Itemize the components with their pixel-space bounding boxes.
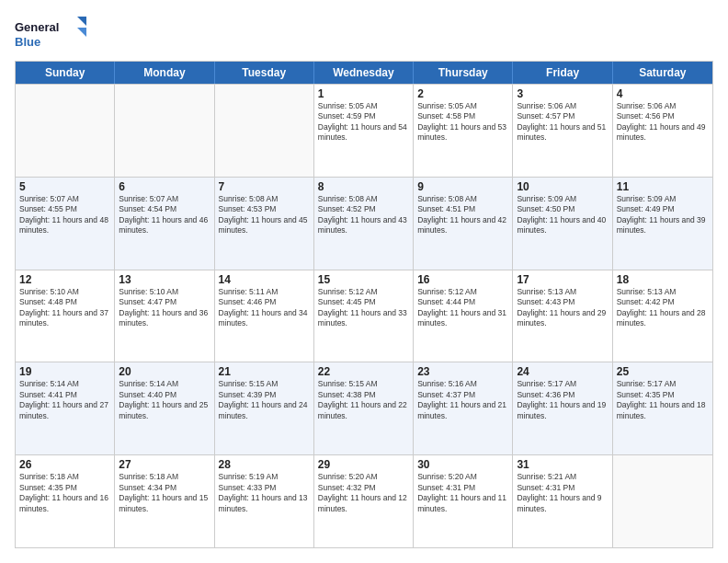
cell-detail: Sunrise: 5:20 AMSunset: 4:31 PMDaylight:…	[417, 472, 508, 514]
cell-detail: Sunrise: 5:15 AMSunset: 4:39 PMDaylight:…	[219, 379, 310, 421]
cell-detail: Sunrise: 5:08 AMSunset: 4:51 PMDaylight:…	[417, 194, 508, 236]
header: General Blue	[15, 15, 713, 52]
cell-detail: Sunrise: 5:09 AMSunset: 4:49 PMDaylight:…	[617, 194, 709, 236]
weekday-header: Saturday	[613, 62, 712, 84]
calendar-cell: 24Sunrise: 5:17 AMSunset: 4:36 PMDayligh…	[513, 362, 612, 454]
day-number: 19	[19, 365, 110, 378]
calendar-cell: 17Sunrise: 5:13 AMSunset: 4:43 PMDayligh…	[513, 270, 612, 362]
cell-detail: Sunrise: 5:14 AMSunset: 4:41 PMDaylight:…	[19, 379, 110, 421]
weekday-header: Friday	[513, 62, 612, 84]
logo-svg: General Blue	[15, 15, 88, 52]
day-number: 6	[119, 180, 210, 193]
calendar-cell: 8Sunrise: 5:08 AMSunset: 4:52 PMDaylight…	[314, 178, 414, 270]
cell-detail: Sunrise: 5:16 AMSunset: 4:37 PMDaylight:…	[417, 379, 508, 421]
weekday-header: Sunday	[16, 62, 115, 84]
calendar-cell	[115, 85, 214, 177]
day-number: 27	[119, 458, 210, 471]
calendar-cell: 10Sunrise: 5:09 AMSunset: 4:50 PMDayligh…	[513, 178, 612, 270]
day-number: 2	[417, 87, 508, 100]
cell-detail: Sunrise: 5:07 AMSunset: 4:54 PMDaylight:…	[119, 194, 210, 236]
calendar-cell: 20Sunrise: 5:14 AMSunset: 4:40 PMDayligh…	[115, 362, 214, 454]
weekday-header: Monday	[115, 62, 214, 84]
day-number: 28	[219, 458, 310, 471]
day-number: 3	[517, 87, 608, 100]
svg-marker-3	[77, 28, 86, 37]
day-number: 29	[318, 458, 409, 471]
calendar-cell: 13Sunrise: 5:10 AMSunset: 4:47 PMDayligh…	[115, 270, 214, 362]
day-number: 9	[417, 180, 508, 193]
page: General Blue SundayMondayTuesdayWednesda…	[0, 0, 728, 563]
day-number: 16	[417, 273, 508, 286]
day-number: 30	[417, 458, 508, 471]
calendar-cell: 18Sunrise: 5:13 AMSunset: 4:42 PMDayligh…	[613, 270, 712, 362]
day-number: 4	[617, 87, 709, 100]
cell-detail: Sunrise: 5:11 AMSunset: 4:46 PMDaylight:…	[219, 287, 310, 329]
logo: General Blue	[15, 15, 88, 52]
calendar-cell: 27Sunrise: 5:18 AMSunset: 4:34 PMDayligh…	[115, 455, 214, 547]
calendar-cell	[215, 85, 314, 177]
cell-detail: Sunrise: 5:13 AMSunset: 4:42 PMDaylight:…	[617, 287, 709, 329]
calendar-cell: 30Sunrise: 5:20 AMSunset: 4:31 PMDayligh…	[414, 455, 513, 547]
calendar-cell: 19Sunrise: 5:14 AMSunset: 4:41 PMDayligh…	[16, 362, 115, 454]
day-number: 7	[219, 180, 310, 193]
calendar-cell: 4Sunrise: 5:06 AMSunset: 4:56 PMDaylight…	[613, 85, 712, 177]
calendar-body: 1Sunrise: 5:05 AMSunset: 4:59 PMDaylight…	[16, 84, 712, 547]
day-number: 26	[19, 458, 110, 471]
calendar-cell: 28Sunrise: 5:19 AMSunset: 4:33 PMDayligh…	[215, 455, 314, 547]
cell-detail: Sunrise: 5:09 AMSunset: 4:50 PMDaylight:…	[517, 194, 608, 236]
day-number: 22	[318, 365, 409, 378]
day-number: 24	[517, 365, 608, 378]
cell-detail: Sunrise: 5:19 AMSunset: 4:33 PMDaylight:…	[219, 472, 310, 514]
svg-text:General: General	[15, 20, 59, 34]
calendar-cell: 9Sunrise: 5:08 AMSunset: 4:51 PMDaylight…	[414, 178, 513, 270]
day-number: 11	[617, 180, 709, 193]
calendar-cell	[16, 85, 115, 177]
cell-detail: Sunrise: 5:07 AMSunset: 4:55 PMDaylight:…	[19, 194, 110, 236]
cell-detail: Sunrise: 5:18 AMSunset: 4:34 PMDaylight:…	[119, 472, 210, 514]
day-number: 12	[19, 273, 110, 286]
cell-detail: Sunrise: 5:17 AMSunset: 4:35 PMDaylight:…	[617, 379, 709, 421]
day-number: 18	[617, 273, 709, 286]
calendar-cell: 29Sunrise: 5:20 AMSunset: 4:32 PMDayligh…	[314, 455, 414, 547]
calendar-cell: 6Sunrise: 5:07 AMSunset: 4:54 PMDaylight…	[115, 178, 214, 270]
cell-detail: Sunrise: 5:14 AMSunset: 4:40 PMDaylight:…	[119, 379, 210, 421]
calendar-cell: 5Sunrise: 5:07 AMSunset: 4:55 PMDaylight…	[16, 178, 115, 270]
cell-detail: Sunrise: 5:05 AMSunset: 4:59 PMDaylight:…	[318, 101, 409, 144]
svg-text:Blue: Blue	[15, 35, 40, 49]
cell-detail: Sunrise: 5:08 AMSunset: 4:52 PMDaylight:…	[318, 194, 409, 236]
calendar-row: 19Sunrise: 5:14 AMSunset: 4:41 PMDayligh…	[16, 362, 712, 454]
cell-detail: Sunrise: 5:08 AMSunset: 4:53 PMDaylight:…	[219, 194, 310, 236]
weekday-header: Thursday	[414, 62, 513, 84]
calendar-row: 5Sunrise: 5:07 AMSunset: 4:55 PMDaylight…	[16, 177, 712, 270]
cell-detail: Sunrise: 5:20 AMSunset: 4:32 PMDaylight:…	[318, 472, 409, 514]
calendar-cell: 11Sunrise: 5:09 AMSunset: 4:49 PMDayligh…	[613, 178, 712, 270]
calendar-cell: 16Sunrise: 5:12 AMSunset: 4:44 PMDayligh…	[414, 270, 513, 362]
weekday-header: Wednesday	[314, 62, 414, 84]
day-number: 10	[517, 180, 608, 193]
calendar-cell: 26Sunrise: 5:18 AMSunset: 4:35 PMDayligh…	[16, 455, 115, 547]
cell-detail: Sunrise: 5:13 AMSunset: 4:43 PMDaylight:…	[517, 287, 608, 329]
calendar: SundayMondayTuesdayWednesdayThursdayFrid…	[15, 61, 713, 548]
cell-detail: Sunrise: 5:06 AMSunset: 4:57 PMDaylight:…	[517, 101, 608, 144]
cell-detail: Sunrise: 5:10 AMSunset: 4:48 PMDaylight:…	[19, 287, 110, 329]
calendar-cell: 15Sunrise: 5:12 AMSunset: 4:45 PMDayligh…	[314, 270, 414, 362]
svg-marker-2	[77, 17, 86, 26]
calendar-cell: 3Sunrise: 5:06 AMSunset: 4:57 PMDaylight…	[513, 85, 612, 177]
cell-detail: Sunrise: 5:10 AMSunset: 4:47 PMDaylight:…	[119, 287, 210, 329]
day-number: 31	[517, 458, 608, 471]
calendar-cell: 7Sunrise: 5:08 AMSunset: 4:53 PMDaylight…	[215, 178, 314, 270]
cell-detail: Sunrise: 5:05 AMSunset: 4:58 PMDaylight:…	[417, 101, 508, 144]
calendar-cell: 22Sunrise: 5:15 AMSunset: 4:38 PMDayligh…	[314, 362, 414, 454]
day-number: 23	[417, 365, 508, 378]
cell-detail: Sunrise: 5:21 AMSunset: 4:31 PMDaylight:…	[517, 472, 608, 514]
cell-detail: Sunrise: 5:12 AMSunset: 4:45 PMDaylight:…	[318, 287, 409, 329]
day-number: 25	[617, 365, 709, 378]
day-number: 15	[318, 273, 409, 286]
day-number: 20	[119, 365, 210, 378]
day-number: 14	[219, 273, 310, 286]
calendar-row: 12Sunrise: 5:10 AMSunset: 4:48 PMDayligh…	[16, 270, 712, 362]
calendar-header: SundayMondayTuesdayWednesdayThursdayFrid…	[16, 62, 712, 84]
day-number: 1	[318, 87, 409, 100]
calendar-row: 1Sunrise: 5:05 AMSunset: 4:59 PMDaylight…	[16, 84, 712, 177]
calendar-cell: 1Sunrise: 5:05 AMSunset: 4:59 PMDaylight…	[314, 85, 414, 177]
